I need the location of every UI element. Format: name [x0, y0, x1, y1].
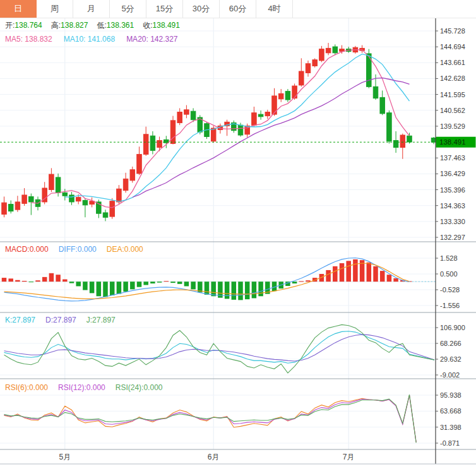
candle[interactable] — [400, 135, 405, 147]
macd-hist-bar — [299, 281, 304, 282]
candle[interactable] — [170, 121, 176, 144]
macd-hist-bar — [191, 282, 196, 289]
macd-hist-bar — [49, 273, 54, 282]
candle[interactable] — [407, 136, 412, 142]
tab-timeframe-6[interactable]: 60分 — [220, 0, 256, 18]
candle[interactable] — [123, 179, 128, 190]
macd-hist-bar — [232, 282, 237, 300]
candle[interactable] — [2, 203, 7, 214]
candle[interactable] — [157, 141, 162, 148]
axis-label: 95.938 — [440, 391, 461, 399]
candle[interactable] — [319, 49, 324, 61]
candle[interactable] — [265, 112, 270, 116]
candle[interactable] — [238, 125, 243, 135]
axis-label: 0.500 — [440, 270, 458, 278]
macd-hist-bar — [258, 282, 263, 296]
candle[interactable] — [326, 48, 331, 52]
macd-hist-bar — [56, 275, 61, 282]
candle[interactable] — [177, 112, 182, 123]
macd-hist-bar — [15, 280, 20, 282]
candle[interactable] — [184, 110, 189, 114]
month-label: 7月 — [343, 453, 355, 461]
macd-hist-bar — [130, 282, 135, 289]
axis-label: 63.668 — [440, 407, 461, 415]
macd-hist-bar — [76, 282, 81, 286]
ohlc-legend: 开:138.764高:138.827低:138.361收:138.491 — [5, 21, 180, 30]
axis-label: -0.528 — [440, 286, 460, 294]
trading-chart-app: 日周月5分15分30分60分4时 145.728144.694143.66114… — [0, 0, 476, 469]
candle[interactable] — [15, 202, 20, 210]
candle[interactable] — [258, 114, 263, 117]
candle[interactable] — [137, 154, 142, 173]
candle[interactable] — [76, 198, 81, 201]
axis-label: 1.528 — [440, 254, 458, 262]
macd-hist-bar — [292, 282, 297, 283]
month-label: 6月 — [208, 453, 220, 461]
candle[interactable] — [130, 170, 135, 181]
axis-label: 134.363 — [440, 202, 465, 210]
candle[interactable] — [90, 201, 95, 205]
macd-hist-bar — [117, 282, 122, 294]
candle[interactable] — [306, 64, 311, 73]
candle[interactable] — [278, 93, 283, 99]
macd-hist-bar — [143, 282, 148, 285]
axis-label: 144.694 — [440, 43, 465, 50]
macd-hist-bar — [2, 278, 7, 282]
candle[interactable] — [110, 201, 115, 217]
candle[interactable] — [285, 92, 290, 100]
macd-hist-bar — [8, 278, 13, 282]
macd-hist-bar — [103, 282, 108, 297]
candle[interactable] — [292, 86, 297, 98]
macd-hist-bar — [340, 263, 345, 282]
macd-hist-bar — [164, 281, 169, 282]
candle[interactable] — [83, 200, 88, 205]
macd-hist-bar — [69, 282, 74, 283]
macd-hist-bar — [333, 266, 338, 282]
axis-label: 143.661 — [440, 59, 465, 66]
candle[interactable] — [29, 196, 34, 202]
candle[interactable] — [69, 195, 74, 202]
macd-hist-bar — [22, 281, 27, 282]
candle[interactable] — [56, 177, 61, 193]
macd-hist-bar — [393, 278, 398, 282]
indicator-line — [65, 54, 410, 202]
candle[interactable] — [191, 111, 196, 119]
candle[interactable] — [312, 60, 318, 66]
candle[interactable] — [393, 141, 398, 148]
macd-hist-bar — [157, 282, 162, 282]
candle[interactable] — [143, 134, 148, 155]
candle[interactable] — [333, 47, 338, 53]
tab-timeframe-4[interactable]: 15分 — [146, 0, 183, 18]
macd-hist-bar — [97, 282, 102, 296]
chart-canvas[interactable]: 145.728144.694143.661142.628141.595140.5… — [0, 18, 476, 469]
rsi-legend: RSI(6):0.000RSI(12):0.000RSI(24):0.000 — [5, 383, 163, 392]
axis-label: 135.396 — [440, 186, 465, 194]
candle[interactable] — [380, 97, 385, 114]
candle[interactable] — [62, 193, 68, 196]
candle[interactable] — [117, 189, 122, 202]
tab-timeframe-1[interactable]: 周 — [37, 0, 73, 18]
candle[interactable] — [150, 136, 155, 150]
candle[interactable] — [103, 213, 108, 217]
tab-timeframe-2[interactable]: 月 — [73, 0, 110, 18]
macd-hist-bar — [35, 280, 40, 282]
candle[interactable] — [373, 86, 378, 98]
candle[interactable] — [252, 113, 257, 125]
candle[interactable] — [49, 174, 54, 189]
candle[interactable] — [8, 205, 13, 211]
indicator-line — [4, 395, 417, 442]
tab-timeframe-0[interactable]: 日 — [0, 0, 37, 18]
candle[interactable] — [22, 195, 27, 203]
macd-hist-bar — [170, 282, 176, 283]
candle[interactable] — [211, 128, 216, 141]
macd-legend: MACD:0.000DIFF:0.000DEA:0.000 — [5, 245, 143, 254]
indicator-line — [4, 331, 435, 363]
axis-label: 31.398 — [440, 424, 461, 431]
tab-timeframe-7[interactable]: 4时 — [256, 0, 293, 18]
candle[interactable] — [387, 113, 392, 141]
macd-hist-bar — [177, 282, 182, 284]
tab-timeframe-3[interactable]: 5分 — [110, 0, 146, 18]
tab-timeframe-5[interactable]: 30分 — [183, 0, 220, 18]
candle[interactable] — [299, 71, 304, 85]
macd-hist-bar — [245, 282, 250, 299]
